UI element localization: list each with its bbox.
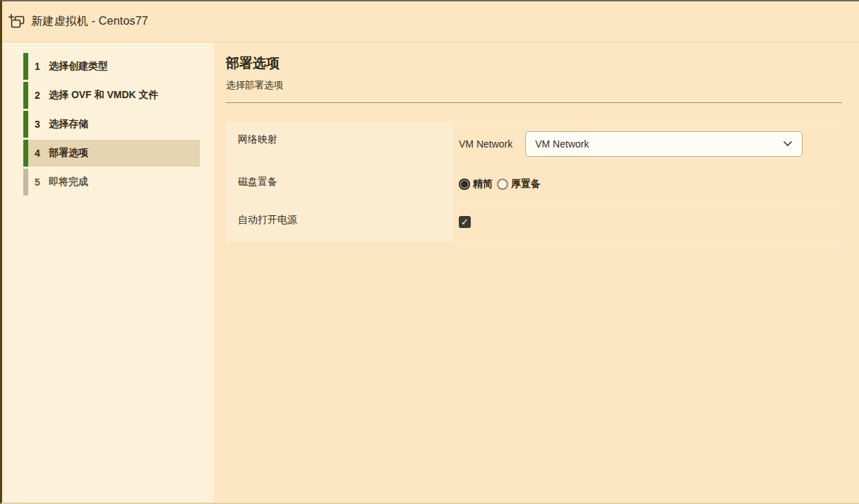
- network-source-name: VM Network: [459, 138, 512, 150]
- deployment-options-panel: 部署选项 选择部署选项 网络映射 VM Network VM Network: [214, 42, 859, 503]
- page-subtitle: 选择部署选项: [226, 79, 842, 92]
- network-mapping-label: 网络映射: [226, 123, 453, 164]
- step-number: 5: [35, 176, 42, 188]
- power-on-row: 自动打开电源 ✓: [226, 203, 841, 241]
- step-number: 3: [35, 119, 42, 130]
- wizard-steps-sidebar: 1 选择创建类型 2 选择 OVF 和 VMDK 文件 3 选择存储 4 部署选…: [2, 42, 214, 503]
- dialog-titlebar: 新建虚拟机 - Centos77: [2, 1, 859, 42]
- step-label: 选择创建类型: [49, 60, 108, 73]
- disk-provisioning-radio-group: 精简 厚置备: [459, 178, 545, 191]
- radio-thin-label[interactable]: 精简: [473, 178, 493, 191]
- sidebar-step-select-creation-type[interactable]: 1 选择创建类型: [23, 53, 200, 80]
- radio-thick-unselected-icon[interactable]: [497, 179, 508, 190]
- radio-thin-selected-icon[interactable]: [459, 179, 470, 190]
- step-label: 部署选项: [49, 147, 88, 160]
- deployment-options-form: 网络映射 VM Network VM Network 磁盘置备: [226, 122, 842, 241]
- disk-provisioning-label: 磁盘置备: [226, 165, 453, 203]
- new-vm-wizard-dialog: 新建虚拟机 - Centos77 1 选择创建类型 2 选择 OVF 和 VMD…: [0, 0, 859, 504]
- network-select-value: VM Network: [535, 138, 589, 150]
- radio-thick-label[interactable]: 厚置备: [511, 178, 541, 191]
- disk-provisioning-row: 磁盘置备 精简 厚置备: [226, 165, 841, 203]
- power-on-label: 自动打开电源: [226, 203, 453, 241]
- header-divider: [226, 102, 842, 103]
- step-label: 选择存储: [49, 118, 88, 131]
- step-label: 即将完成: [49, 176, 88, 188]
- chevron-down-icon: [783, 140, 793, 147]
- sidebar-step-deployment-options[interactable]: 4 部署选项: [23, 140, 200, 167]
- step-number: 2: [35, 90, 42, 101]
- sidebar-step-select-ovf-vmdk[interactable]: 2 选择 OVF 和 VMDK 文件: [23, 82, 200, 109]
- network-select[interactable]: VM Network: [525, 131, 803, 157]
- step-number: 1: [35, 61, 42, 72]
- network-mapping-row: 网络映射 VM Network VM Network: [226, 123, 841, 165]
- dialog-title: 新建虚拟机 - Centos77: [31, 14, 148, 29]
- step-number: 4: [35, 148, 42, 159]
- new-vm-icon: [7, 12, 27, 32]
- power-on-checkbox[interactable]: ✓: [459, 216, 471, 228]
- sidebar-step-ready-to-complete[interactable]: 5 即将完成: [23, 169, 200, 196]
- sidebar-step-select-storage[interactable]: 3 选择存储: [23, 111, 200, 138]
- step-label: 选择 OVF 和 VMDK 文件: [49, 89, 159, 102]
- page-title: 部署选项: [226, 54, 842, 73]
